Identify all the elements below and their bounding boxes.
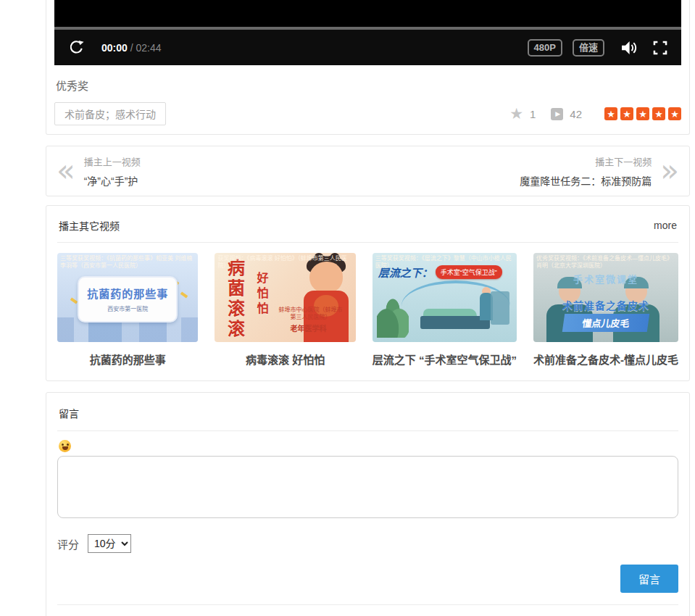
submit-comment-button[interactable]: 留言 — [620, 565, 678, 593]
video-rating-stars[interactable]: ★★★★★ — [604, 107, 681, 120]
page: 00:00 / 02:44 480P 倍速 — [46, 0, 690, 616]
thumbnail-overlay-text: 术前准备之备皮术 — [533, 298, 678, 312]
player-controls: 00:00 / 02:44 480P 倍速 — [54, 30, 681, 65]
prev-chevron-icon[interactable]: « — [57, 157, 75, 185]
prev-video-label: 播主上一视频 — [84, 154, 141, 168]
video-title: 优秀奖 — [54, 78, 681, 93]
thumbnail-sign-text: 抗菌药的那些事 — [87, 286, 168, 301]
more-link[interactable]: more — [654, 220, 677, 231]
video-meta-row: 术前备皮；感术行动 ★ 1 ▶ 42 ★★★★★ — [54, 102, 681, 125]
rating-select[interactable]: 10分 — [88, 534, 131, 553]
thumbnail-dept-text: 老年医学科 — [290, 322, 326, 333]
next-chevron-icon[interactable]: » — [660, 157, 679, 185]
prev-next-card: « 播主上一视频 “净”心“手”护 播主下一视频 魔童降世任务二：标准预防篇 » — [46, 146, 690, 196]
current-time: 00:00 — [101, 42, 128, 54]
comments-header: 留言 — [57, 393, 678, 431]
favorite-count: 1 — [530, 108, 536, 120]
favorite-icon[interactable]: ★ — [509, 107, 523, 121]
video-item-1[interactable]: 三等奖获奖视频：《抗菌药的那些事》相亚美 刘维楠 李羽等（西安市第一人民医院） … — [57, 253, 198, 380]
duration: 02:44 — [136, 42, 161, 54]
other-videos-card: 播主其它视频 more 三等奖获奖视频：《抗菌药的那些事》相亚美 刘维楠 李羽等… — [46, 205, 690, 381]
thumbnail-vertical-text: 好怕怕 — [252, 272, 270, 317]
video-item-title[interactable]: 术前准备之备皮术-懂点儿皮毛 — [533, 351, 678, 367]
thumbnail-caption: 优秀奖获奖视频：《术前准备之备皮术—懂点儿皮毛》肖明（北京大学深圳医院） — [536, 255, 675, 270]
thumbnail-caption: 三等奖获奖视频：《抗菌药的那些事》相亚美 刘维楠 李羽等（西安市第一人民医院） — [60, 255, 195, 270]
speed-button[interactable]: 倍速 — [573, 39, 604, 57]
thumbnail-sign: 抗菌药的那些事 西安市第一医院 — [78, 276, 178, 322]
time-display: 00:00 / 02:44 — [101, 42, 162, 54]
star-icon: ★ — [620, 107, 633, 120]
video-item-3[interactable]: 三等奖获奖视频：《层流之下》黎慧（中山市小榄人民医院） 层流之下： 手术室“空气… — [373, 253, 517, 380]
play-count-icon: ▶ — [551, 108, 563, 120]
next-video-label: 播主下一视频 — [520, 154, 652, 168]
video-tag[interactable]: 术前备皮；感术行动 — [54, 102, 166, 125]
video-thumbnail-4[interactable]: 优秀奖获奖视频：《术前准备之备皮术—懂点儿皮毛》肖明（北京大学深圳医院） 手术室… — [533, 253, 678, 342]
quality-button[interactable]: 480P — [528, 39, 562, 57]
video-item-2[interactable]: 获奖视频：《病毒滚滚 好怕怕》（蚌埠市第三人民医院） 病菌滚滚 好怕怕 蚌埠市中… — [215, 253, 355, 380]
comments-card: 留言 评分 10分 留言 — [46, 392, 690, 616]
next-video-link[interactable]: 播主下一视频 魔童降世任务二：标准预防篇 — [520, 154, 652, 188]
thumbnail-sign-subtext: 西安市第一医院 — [107, 304, 148, 312]
video-thumbnail-3[interactable]: 三等奖获奖视频：《层流之下》黎慧（中山市小榄人民医院） 层流之下： 手术室“空气… — [373, 253, 517, 342]
thumbnail-caption: 获奖视频：《病毒滚滚 好怕怕》（蚌埠市第三人民医院） — [217, 255, 352, 270]
thumbnail-hospital-text: 蚌埠市中心医院（蚌埠市第三人民医院） — [277, 307, 344, 321]
plant-art — [377, 293, 409, 338]
video-item-4[interactable]: 优秀奖获奖视频：《术前准备之备皮术—懂点儿皮毛》肖明（北京大学深圳医院） 手术室… — [533, 253, 678, 380]
video-item-title[interactable]: 抗菌药的那些事 — [57, 351, 198, 367]
video-item-title[interactable]: 病毒滚滚 好怕怕 — [215, 351, 355, 367]
rating-row: 评分 10分 — [57, 534, 678, 553]
star-icon: ★ — [604, 107, 617, 120]
replay-icon[interactable] — [67, 38, 86, 57]
thumbnail-banner: 懂点儿皮毛 — [562, 314, 650, 332]
thumbnail-overlay-text: 手术室微课堂 — [533, 272, 678, 286]
thumbnail-vertical-text: 病菌滚滚 — [222, 259, 247, 340]
prev-video-link[interactable]: 播主上一视频 “净”心“手”护 — [84, 154, 141, 188]
thumbnail-caption: 三等奖获奖视频：《层流之下》黎慧（中山市小榄人民医院） — [375, 255, 514, 270]
next-video-title[interactable]: 魔童降世任务二：标准预防篇 — [520, 173, 652, 188]
video-screen[interactable] — [54, 0, 681, 27]
video-thumbnail-1[interactable]: 三等奖获奖视频：《抗菌药的那些事》相亚美 刘维楠 李羽等（西安市第一人民医院） … — [57, 253, 198, 342]
view-count: 42 — [570, 108, 582, 120]
fullscreen-icon[interactable] — [652, 40, 668, 56]
video-thumbnail-2[interactable]: 获奖视频：《病毒滚滚 好怕怕》（蚌埠市第三人民医院） 病菌滚滚 好怕怕 蚌埠市中… — [215, 253, 355, 342]
volume-icon[interactable] — [619, 38, 638, 57]
submit-row: 留言 — [57, 565, 678, 605]
thumbnail-grid: 三等奖获奖视频：《抗菌药的那些事》相亚美 刘维楠 李羽等（西安市第一人民医院） … — [57, 253, 678, 380]
video-item-title[interactable]: 层流之下 “手术室空气保卫战” — [373, 351, 517, 367]
prev-video-title[interactable]: “净”心“手”护 — [84, 173, 141, 188]
video-player[interactable]: 00:00 / 02:44 480P 倍速 — [54, 0, 681, 65]
rating-label: 评分 — [57, 536, 79, 552]
video-card: 00:00 / 02:44 480P 倍速 — [46, 0, 690, 135]
star-icon: ★ — [668, 107, 681, 120]
emoji-picker-icon[interactable] — [59, 440, 71, 452]
video-stats: ★ 1 ▶ 42 ★★★★★ — [509, 107, 681, 121]
other-videos-title: 播主其它视频 — [59, 218, 120, 233]
star-icon: ★ — [652, 107, 665, 120]
star-icon: ★ — [636, 107, 649, 120]
other-videos-header: 播主其它视频 more — [57, 206, 678, 243]
comment-input[interactable] — [57, 456, 678, 518]
